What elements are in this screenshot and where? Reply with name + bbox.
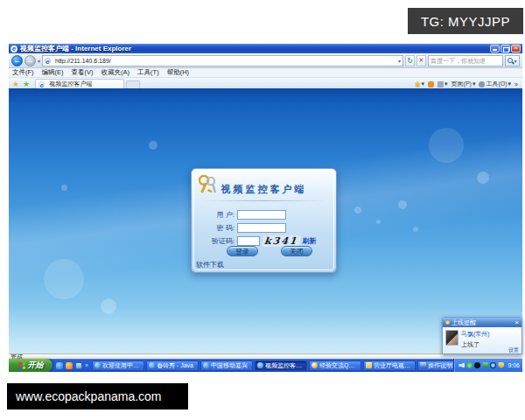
page-menu-button[interactable]: 页面(P)▾ <box>452 80 476 88</box>
taskbar: 开始 » 欢迎使用中国.. 春铃秀 - Java 中国移动嘉兴 视频监控客户..… <box>9 359 522 372</box>
address-bar[interactable]: e ▾ <box>42 55 403 66</box>
popup-body: 马飘(常州) 上线了 设置 <box>443 327 522 354</box>
username-field[interactable] <box>237 210 286 220</box>
qq-tray-icon[interactable] <box>474 362 480 368</box>
forward-button[interactable]: → <box>24 55 36 66</box>
bubble-decoration <box>44 259 84 299</box>
search-input[interactable] <box>429 58 502 64</box>
tools-menu-button[interactable]: 工具(O)▾ <box>479 80 511 88</box>
bubble-decoration <box>477 172 489 184</box>
captcha-refresh-link[interactable]: 刷新 <box>303 236 317 246</box>
contact-avatar[interactable] <box>445 330 458 346</box>
address-input[interactable] <box>55 58 396 64</box>
show-desktop-icon[interactable] <box>75 362 82 369</box>
screenshot-canvas: TG: MYYJJPP www.ecopackpanama.com e 视频监控… <box>0 0 525 420</box>
command-bar: ▾ ▾ 页面(P)▾ 工具(O)▾ » <box>415 80 521 88</box>
gear-icon <box>479 81 485 88</box>
contact-name[interactable]: 马飘(常州) <box>461 330 490 339</box>
taskbar-button[interactable]: 欢迎使用中国.. <box>92 360 144 371</box>
taskbar-button[interactable]: 中国移动嘉兴 <box>200 360 253 371</box>
login-button[interactable]: 登录 <box>227 246 258 256</box>
menu-tools[interactable]: 工具(T) <box>137 68 159 77</box>
bubble-decoration <box>354 206 361 214</box>
stop-icon[interactable]: ✕ <box>416 55 426 66</box>
print-button[interactable]: ▾ <box>438 80 448 88</box>
menu-edit[interactable]: 编辑(E) <box>42 68 64 77</box>
taskbar-button[interactable]: 经验交流QQ96 <box>309 360 361 371</box>
antivirus-shield-icon[interactable] <box>482 362 488 368</box>
volume-icon[interactable] <box>458 362 465 368</box>
menu-bar: 文件(F) 编辑(E) 查看(V) 收藏夹(A) 工具(T) 帮助(H) <box>9 68 522 78</box>
password-field[interactable] <box>237 223 286 233</box>
ie-icon <box>257 362 263 368</box>
password-label: 密 码: <box>192 223 237 233</box>
monitor-tray-icon[interactable] <box>490 362 496 368</box>
taskbar-button[interactable]: 营业厅电视机播.. <box>363 360 416 371</box>
search-button[interactable]: ▾ <box>505 55 520 66</box>
printer-icon <box>438 81 444 88</box>
start-button[interactable]: 开始 <box>9 359 52 372</box>
popup-close-icon[interactable]: × <box>514 319 519 326</box>
menu-view[interactable]: 查看(V) <box>72 68 94 77</box>
tab-favicon-icon: e <box>38 81 45 88</box>
quick-launch-expand-icon[interactable]: » <box>85 362 88 368</box>
close-dialog-button[interactable]: 关闭 <box>281 246 312 256</box>
taskbar-button-active[interactable]: 视频监控客户.. <box>255 360 307 371</box>
security-shield-icon[interactable] <box>498 362 504 368</box>
maximize-button[interactable] <box>500 45 510 52</box>
ie-icon <box>203 362 209 368</box>
menu-favorites[interactable]: 收藏夹(A) <box>102 68 130 77</box>
popup-titlebar: 上线提醒 × <box>443 318 522 327</box>
browser-tab[interactable]: e 视频监控客户端 <box>35 79 124 88</box>
ie-icon <box>149 362 155 368</box>
popup-title: 上线提醒 <box>452 318 513 327</box>
home-button[interactable]: ▾ <box>415 80 425 88</box>
menu-help[interactable]: 帮助(H) <box>167 68 189 77</box>
window-title: 视频监控客户端 - Internet Explorer <box>20 44 490 53</box>
captcha-label: 验证码: <box>192 236 237 246</box>
tray-clock: 9:06 <box>506 362 520 368</box>
user-label: 用 户: <box>192 210 237 220</box>
quick-launch-browser-icon[interactable] <box>66 362 73 369</box>
bubble-decoration <box>413 227 418 232</box>
add-favorite-icon[interactable]: ★ <box>23 80 30 88</box>
rss-icon <box>428 81 434 88</box>
bubble-decoration <box>398 200 407 209</box>
taskbar-buttons: 欢迎使用中国.. 春铃秀 - Java 中国移动嘉兴 视频监控客户.. 经验交流… <box>92 360 453 371</box>
popup-settings-link[interactable]: 设置 <box>508 346 519 354</box>
new-tab-button[interactable] <box>126 80 140 88</box>
software-download-link[interactable]: 软件下载 <box>196 260 224 270</box>
qq-icon <box>312 362 318 368</box>
login-panel-title: 视频监控客户端 <box>192 183 336 196</box>
menu-file[interactable]: 文件(F) <box>12 68 34 77</box>
quick-launch-ie-icon[interactable] <box>56 362 63 369</box>
captcha-image: k341 <box>262 235 300 247</box>
taskbar-button[interactable]: 春铃秀 - Java <box>146 360 199 371</box>
captcha-field[interactable] <box>237 236 260 246</box>
login-panel: 视频监控客户端 用 户: 密 码: 验证码: k341 刷新 登录 关闭 <box>191 168 337 273</box>
status-green-icon[interactable] <box>466 362 472 368</box>
bubble-decoration <box>149 141 158 150</box>
page-content: 视频监控客户端 用 户: 密 码: 验证码: k341 刷新 登录 关闭 <box>9 88 522 354</box>
refresh-icon[interactable]: ↻ <box>405 55 415 66</box>
feeds-button[interactable] <box>428 81 434 88</box>
ie-icon <box>94 362 101 368</box>
close-button[interactable] <box>511 45 521 52</box>
chevron-more-icon[interactable]: » <box>514 81 518 88</box>
bubble-decoration <box>101 298 116 314</box>
notification-icon <box>445 320 450 325</box>
magnifier-icon <box>508 58 513 63</box>
history-dropdown-icon[interactable]: ▾ <box>38 58 40 64</box>
minimize-button[interactable] <box>490 45 500 52</box>
bubble-decoration <box>61 185 67 191</box>
ie-logo-icon: e <box>10 46 18 52</box>
favorites-icon[interactable]: ★ <box>12 80 19 88</box>
online-status-text: 上线了 <box>461 340 490 349</box>
address-dropdown-icon[interactable]: ▾ <box>398 58 401 64</box>
back-button[interactable]: ← <box>11 55 23 66</box>
qq-notification-popup: 上线提醒 × 马飘(常州) 上线了 设置 <box>442 317 522 354</box>
folder-icon <box>366 362 372 368</box>
search-box[interactable] <box>428 55 503 66</box>
title-divider <box>200 200 327 201</box>
system-tray: 9:06 <box>453 359 522 372</box>
